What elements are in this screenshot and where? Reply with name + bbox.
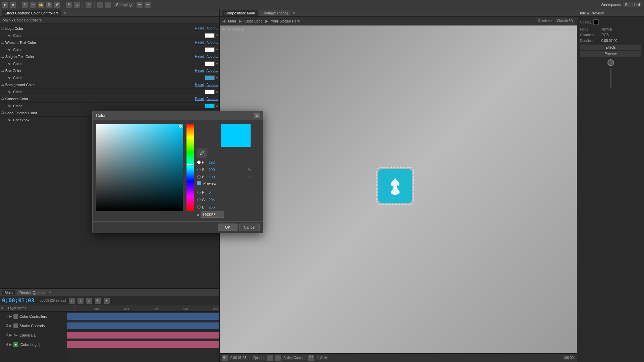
nav-main[interactable]: Main [228, 19, 236, 23]
layer-row-4[interactable]: 4 ▶ ■ [Cube Logo] [0, 340, 67, 349]
color-swatch-slogan[interactable] [205, 61, 215, 66]
toolbar-icon-2[interactable]: ■ [10, 2, 16, 8]
comp-ctrl-plus00[interactable]: +00:00 [562, 355, 575, 360]
comp-ctrl-views[interactable]: ⛶ [308, 355, 314, 361]
about-link-background[interactable]: About... [207, 83, 218, 86]
color-menu-website[interactable]: ≡ [216, 48, 218, 51]
nav-slogan[interactable]: Your Slogan Here [271, 19, 300, 23]
comp-ctrl-grid[interactable]: ☷ [267, 355, 273, 361]
reset-link-background[interactable]: Reset [195, 83, 204, 86]
b2-radio[interactable] [197, 205, 201, 209]
toolbar-icon-snap[interactable]: ↩ [137, 2, 143, 8]
color-swatch-corners[interactable] [205, 104, 215, 108]
r-radio[interactable] [197, 191, 201, 194]
nav-arrow-right-2[interactable]: ▶ [265, 19, 268, 23]
timeline-main-tab[interactable]: Main [2, 290, 15, 295]
h-radio[interactable] [197, 161, 201, 164]
toolbar-icon-snap2[interactable]: ↪ [145, 2, 151, 8]
tl-tool-4[interactable]: ◎ [95, 298, 101, 304]
nav-arrow-left[interactable]: ◀ [222, 19, 225, 23]
layer-exp-3[interactable]: ▶ [9, 333, 12, 337]
color-swatch-background[interactable] [205, 89, 215, 94]
comp-ctrl-time[interactable]: 0:00:01:03 [229, 355, 248, 360]
timeline-tracks-area: 01s 02s 03s 04s 05s 06s 07s [67, 305, 219, 362]
nav-cube-logo[interactable]: Cube Logo [245, 19, 263, 23]
renderer-dropdown[interactable]: Classic 3D [555, 18, 574, 23]
reset-link-corners[interactable]: Reset [195, 97, 204, 101]
about-link-website-text[interactable]: About... [207, 41, 218, 44]
comp-tab-footage[interactable]: Footage: (none) [259, 10, 290, 16]
effects-btn[interactable]: Effects [580, 45, 641, 50]
toolbar-icon-7[interactable]: ☍ [54, 2, 60, 8]
toolbar-icon-3[interactable]: ↻ [22, 2, 28, 8]
reset-link-logo-color[interactable]: Reset [195, 26, 204, 30]
color-gradient-picker[interactable] [96, 124, 183, 211]
about-link-corners[interactable]: About... [207, 97, 218, 101]
comp-tab-main[interactable]: Composition: Main [222, 10, 258, 16]
comp-ctrl-1view[interactable]: 1 View [316, 355, 328, 360]
color-menu-corners[interactable]: ≡ [216, 104, 218, 108]
tl-tool-1[interactable]: 〈 [69, 298, 75, 304]
color-menu-background[interactable]: ≡ [216, 90, 218, 94]
tl-tool-5[interactable]: ● [104, 298, 110, 304]
ok-button[interactable]: OK [218, 224, 237, 231]
comp-ctrl-zoom[interactable]: 🔍 [222, 355, 228, 361]
g-radio[interactable] [197, 198, 201, 201]
dialog-title-bar[interactable]: Color ✕ [93, 111, 263, 120]
color-swatch-box[interactable] [205, 75, 215, 80]
standard-dropdown[interactable]: Standard [623, 2, 642, 7]
hue-slider-container[interactable] [186, 124, 194, 211]
effect-controls-tab[interactable]: Effect Controls: Color Controllers [2, 10, 61, 16]
layer-row-2[interactable]: 2 ▶ Shake Controls [0, 321, 67, 330]
about-link-logo-color[interactable]: About... [207, 26, 218, 30]
toolbar-icon-4[interactable]: ✏ [30, 2, 36, 8]
snapping-button[interactable]: Snapping [113, 2, 135, 7]
circle-knob[interactable] [607, 59, 614, 66]
timeline-close-icon[interactable]: ✕ [48, 291, 51, 294]
color-dialog[interactable]: Color ✕ 🖍 [92, 111, 263, 233]
toolbar-icon-pen[interactable]: ✎ [66, 2, 72, 8]
about-link-slogan-text[interactable]: About... [207, 55, 218, 58]
s-radio[interactable] [197, 168, 201, 171]
color-menu-logo[interactable]: ≡ [216, 34, 218, 37]
hue-slider[interactable] [186, 124, 194, 211]
comp-ctrl-active-cam[interactable]: Active Camera [282, 355, 307, 360]
cancel-button[interactable]: Cancel [239, 224, 260, 231]
layer-row-3[interactable]: 3 ▶ Camera 1 [0, 330, 67, 340]
dialog-close-button[interactable]: ✕ [254, 113, 260, 118]
reset-link-slogan-text[interactable]: Reset [195, 55, 204, 58]
timeline-render-tab[interactable]: Render Queue [17, 290, 46, 295]
toolbar-icon-arrow[interactable]: → [97, 2, 103, 8]
eyedropper-button[interactable]: 🖍 [197, 148, 207, 158]
comp-close-icon[interactable]: ✕ [292, 11, 295, 15]
comp-ctrl-quarter[interactable]: Quarter [252, 355, 266, 360]
panel-close-icon[interactable]: ✕ [63, 11, 66, 15]
reset-link-website-text[interactable]: Reset [195, 41, 204, 44]
mini-slider[interactable] [610, 68, 611, 88]
about-link-box-color[interactable]: About... [207, 69, 218, 72]
layer-row-1[interactable]: 1 ▶ Color Controllers [0, 312, 67, 321]
preview-btn[interactable]: Preview [580, 51, 641, 57]
color-swatch-logo[interactable] [205, 33, 215, 38]
toolbar-icon-5[interactable]: ✍ [38, 2, 44, 8]
color-menu-slogan[interactable]: ≡ [216, 62, 218, 65]
nav-arrow-right-1[interactable]: ▶ [239, 19, 242, 23]
hex-input[interactable] [201, 212, 224, 218]
layer-exp-1[interactable]: ▶ [9, 314, 12, 318]
layer-exp-4[interactable]: ▶ [9, 343, 12, 346]
toolbar-icon-check[interactable]: ✓ [86, 2, 92, 8]
color-menu-box[interactable]: ≡ [216, 76, 218, 79]
tl-tool-3[interactable]: ☆ [86, 298, 92, 304]
comp-ctrl-grid2[interactable]: ☵ [275, 355, 281, 361]
preview-checkbox[interactable]: ✓ [197, 181, 201, 185]
color-swatch-website[interactable] [205, 47, 215, 52]
reset-link-box-color[interactable]: Reset [195, 69, 204, 72]
toolbar-icon-6[interactable]: ⚒ [46, 2, 52, 8]
tl-tool-2[interactable]: 〉 [77, 298, 84, 304]
playhead[interactable] [74, 305, 74, 311]
toolbar-icon-shape[interactable]: □ [74, 2, 80, 8]
fps-label: 00033 (29.97 fps) [40, 299, 66, 302]
b-radio[interactable] [197, 175, 201, 179]
toolbar-icon-arrow2[interactable]: ← [105, 2, 111, 8]
layer-exp-2[interactable]: ▶ [9, 324, 12, 327]
